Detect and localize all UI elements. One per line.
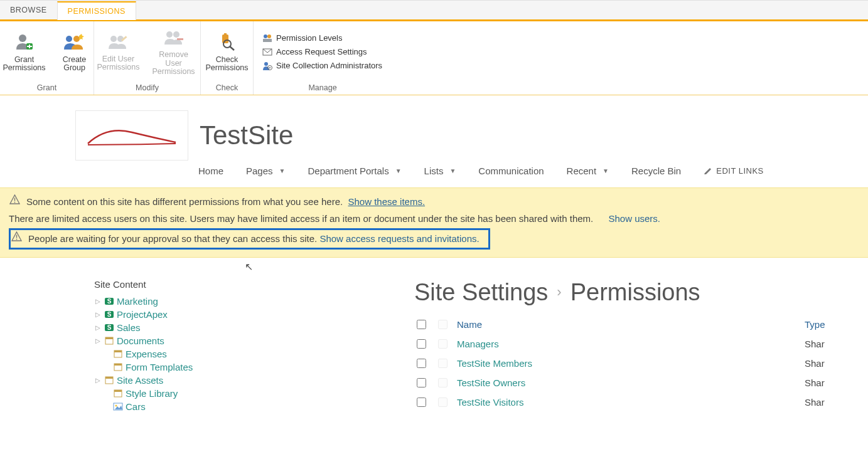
nav-label: Recent	[567, 166, 597, 176]
edit-links-button[interactable]: EDIT LINKS	[704, 166, 764, 176]
group-link[interactable]: TestSite Owners	[457, 377, 796, 388]
tree-item-expenses[interactable]: Expenses	[94, 347, 414, 361]
access-request-label: Access Request Settings	[276, 47, 367, 56]
permission-levels-icon	[262, 33, 272, 43]
group-link[interactable]: TestSite Members	[457, 358, 796, 369]
tree-item-label: Form Templates	[126, 362, 193, 372]
site-logo[interactable]	[75, 110, 188, 161]
chevron-down-icon: ▼	[279, 167, 286, 174]
nav-communication[interactable]: Communication	[478, 166, 544, 176]
nav-lists[interactable]: Lists▼	[424, 166, 456, 176]
tree-item-label: Documents	[117, 335, 164, 346]
grant-permissions-icon	[15, 33, 34, 53]
svg-point-22	[269, 67, 271, 68]
nav-home[interactable]: Home	[198, 166, 223, 176]
ribbon-check-groupname: Check	[201, 82, 253, 95]
svg-rect-11	[177, 38, 183, 40]
nav-label: Pages	[246, 166, 273, 176]
nav-department-portals[interactable]: Department Portals▼	[308, 166, 401, 176]
banner-highlight-box: People are waiting for your approval so …	[9, 228, 490, 250]
tree-item-documents[interactable]: ▷Documents	[94, 334, 414, 347]
site-admins-icon	[262, 61, 272, 71]
row-type: Shar	[805, 397, 825, 408]
row-checkbox-disabled	[438, 398, 447, 407]
tree-item-marketing[interactable]: ▷SMarketing	[94, 295, 414, 308]
svg-point-10	[173, 31, 179, 38]
svg-rect-13	[224, 33, 227, 36]
create-group-button[interactable]: Create Group	[52, 21, 97, 82]
col-type-header[interactable]: Type	[805, 319, 825, 330]
check-permissions-icon	[218, 33, 236, 53]
svg-point-5	[73, 36, 80, 42]
row-checkbox-disabled	[438, 339, 447, 349]
row-type: Shar	[805, 358, 825, 369]
table-row: TestSite OwnersShar	[414, 373, 868, 392]
svg-point-9	[166, 31, 173, 38]
permissions-table: Name Type ManagersSharTestSite MembersSh…	[414, 315, 868, 412]
ribbon-group-manage: Permission Levels Access Request Setting…	[254, 21, 392, 95]
show-these-items-link[interactable]: Show these items.	[348, 196, 426, 207]
show-access-requests-link[interactable]: Show access requests and invitations.	[319, 233, 479, 244]
svg-text:S: S	[107, 311, 112, 318]
check-permissions-button[interactable]: Check Permissions	[199, 21, 254, 82]
header-checkbox-disabled	[438, 320, 447, 329]
remove-user-permissions-button[interactable]: Remove User Permissions	[145, 21, 203, 82]
svg-point-6	[110, 36, 117, 42]
svg-point-44	[115, 405, 117, 407]
tree-item-style-library[interactable]: Style Library	[94, 387, 414, 400]
col-name-header[interactable]: Name	[457, 319, 796, 330]
table-header: Name Type	[414, 315, 868, 334]
row-checkbox[interactable]	[417, 339, 426, 349]
nav-recycle-bin[interactable]: Recycle Bin	[631, 166, 681, 176]
ribbon-modify-groupname: Modify	[94, 82, 200, 95]
expand-icon[interactable]: ▷	[95, 311, 102, 318]
row-checkbox[interactable]	[417, 378, 426, 387]
tab-browse[interactable]: BROWSE	[0, 1, 57, 19]
remove-user-label: Remove User Permissions	[151, 51, 196, 76]
tree-item-label: Site Assets	[117, 375, 163, 386]
svg-line-15	[230, 46, 234, 50]
remove-user-icon	[164, 29, 183, 48]
svg-point-20	[264, 62, 268, 66]
row-checkbox[interactable]	[417, 398, 426, 407]
show-users-link[interactable]: Show users.	[608, 212, 660, 226]
permission-levels-button[interactable]: Permission Levels	[262, 33, 382, 43]
row-checkbox[interactable]	[417, 359, 426, 368]
tab-permissions[interactable]: PERMISSIONS	[57, 1, 136, 20]
lib-icon	[113, 388, 123, 398]
svg-point-0	[19, 34, 26, 42]
edit-user-permissions-button[interactable]: Edit User Permissions	[92, 21, 144, 82]
group-link[interactable]: TestSite Visitors	[457, 397, 796, 408]
tree-item-label: Sales	[117, 322, 141, 333]
tree-item-cars[interactable]: Cars	[94, 400, 414, 413]
tree-item-form-templates[interactable]: Form Templates	[94, 361, 414, 374]
expand-icon[interactable]: ▷	[95, 298, 102, 305]
nav-recent[interactable]: Recent▼	[567, 166, 609, 176]
svg-point-4	[66, 36, 72, 42]
grant-permissions-button[interactable]: Grant Permissions	[0, 21, 52, 82]
row-type: Shar	[805, 339, 825, 349]
banner-line2-text: There are limited access users on this s…	[9, 212, 593, 226]
site-collection-admins-button[interactable]: Site Collection Administrators	[262, 61, 382, 71]
ribbon-group-check: Check Permissions Check	[201, 21, 254, 95]
tree-item-projectapex[interactable]: ▷SProjectApex	[94, 308, 414, 321]
nav-pages[interactable]: Pages▼	[246, 166, 285, 176]
tree-item-site-assets[interactable]: ▷Site Assets	[94, 374, 414, 387]
svg-point-26	[16, 239, 17, 240]
svg-rect-42	[114, 390, 122, 392]
edit-links-label: EDIT LINKS	[716, 166, 764, 176]
access-request-settings-button[interactable]: Access Request Settings	[262, 47, 382, 57]
ribbon-manage-groupname: Manage	[254, 82, 392, 95]
svg-rect-38	[114, 364, 122, 366]
expand-icon[interactable]: ▷	[95, 337, 102, 344]
site-content-tree: Site Content ▷SMarketing▷SProjectApex▷SS…	[94, 279, 414, 413]
expand-icon[interactable]: ▷	[95, 324, 102, 331]
row-type: Shar	[805, 377, 825, 388]
group-link[interactable]: Managers	[457, 339, 796, 349]
breadcrumb-part1[interactable]: Site Settings	[414, 279, 548, 306]
tree-item-sales[interactable]: ▷SSales	[94, 321, 414, 334]
expand-icon[interactable]: ▷	[95, 377, 102, 384]
pic-icon	[113, 401, 123, 411]
select-all-checkbox[interactable]	[417, 320, 426, 329]
lib-icon	[113, 349, 123, 359]
